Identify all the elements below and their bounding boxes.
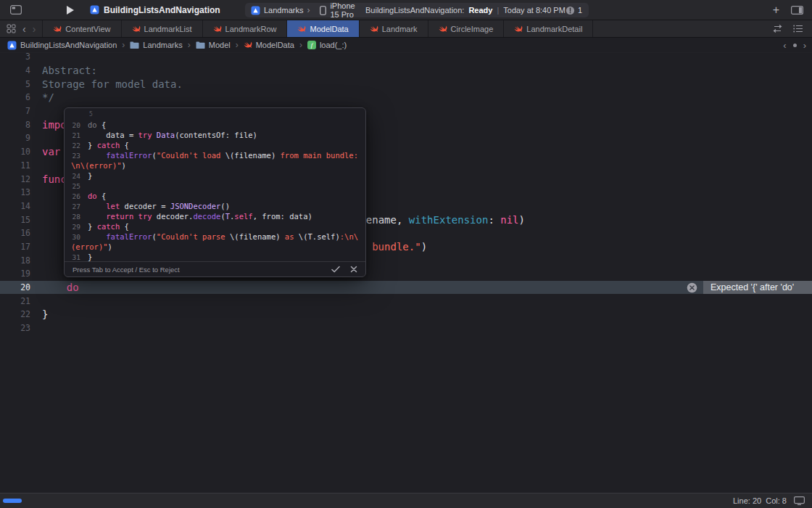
breadcrumb-item-modeldata[interactable]: ModelData (244, 41, 294, 49)
code-token: let (106, 202, 120, 210)
line-number[interactable]: 5 (0, 79, 30, 89)
tab-contentview[interactable]: ContentView (42, 20, 121, 37)
history-forward-icon[interactable]: › (803, 40, 806, 51)
accept-suggestion-icon[interactable] (331, 266, 340, 273)
xcode-window: BuildingListsAndNavigation Landmarks › i… (0, 0, 812, 508)
code-line-21[interactable]: 21 (0, 294, 812, 308)
line-number[interactable]: 16 (0, 228, 30, 238)
line-number[interactable]: 19 (0, 269, 30, 279)
toggle-inspector-icon[interactable] (791, 6, 803, 15)
line-number[interactable]: 11 (0, 160, 30, 171)
tab-landmarklist[interactable]: LandmarkList (122, 20, 203, 37)
related-indicator-icon[interactable] (793, 44, 797, 47)
go-back-icon[interactable]: ‹ (22, 24, 26, 34)
tab-circleimage[interactable]: CircleImage (428, 20, 505, 37)
code-token (88, 232, 106, 241)
line-number[interactable]: 10 (0, 147, 30, 157)
project-title: BuildingListsAndNavigation (104, 5, 220, 15)
code-token: as (281, 232, 299, 241)
line-number[interactable]: 3 (0, 53, 30, 62)
line-number[interactable]: 4 (0, 65, 30, 75)
window-controls-icon[interactable] (10, 5, 22, 15)
suggestion-line-number: 31 (65, 253, 80, 261)
code-token (88, 202, 106, 210)
tab-landmark[interactable]: Landmark (360, 20, 428, 37)
destination-selector[interactable]: iPhone 15 Pro (314, 1, 365, 19)
chevron-right-icon: › (307, 6, 310, 15)
folder-icon (196, 41, 205, 49)
code-token: func (42, 173, 67, 185)
breadcrumb-item-model[interactable]: Model (196, 41, 231, 49)
tab-landmarkrow[interactable]: LandmarkRow (203, 20, 288, 37)
code-suggestion-popup[interactable]: 5 20do {21 data = try Data(contentsOf: f… (64, 107, 366, 277)
go-forward-icon[interactable]: › (33, 24, 36, 34)
suggestion-line-number: 24 (65, 172, 80, 180)
code-token: () (220, 202, 230, 210)
code-review-icon[interactable] (772, 25, 783, 33)
line-number[interactable]: 7 (0, 106, 30, 116)
code-token: fatalError (106, 151, 152, 160)
code-line-23[interactable]: 23 (0, 321, 812, 335)
suggestion-line: 20do { (65, 120, 365, 130)
line-number[interactable]: 20 (0, 282, 30, 292)
tab-modeldata[interactable]: ModelData (287, 20, 359, 37)
code-editor[interactable]: 34Abstract:5Storage for model data.6*/78… (0, 53, 812, 493)
code-token: nil (500, 214, 518, 226)
line-number[interactable]: 15 (0, 215, 30, 225)
breadcrumb-chevron-icon: › (236, 40, 239, 50)
code-token: } (88, 222, 97, 231)
suggestion-code: fatalError("Couldn't parse \(filename) a… (88, 232, 358, 241)
line-number[interactable]: 18 (0, 255, 30, 266)
line-number[interactable]: 9 (0, 133, 30, 143)
line-number[interactable]: 12 (0, 174, 30, 184)
reject-suggestion-icon[interactable] (350, 266, 357, 273)
line-number[interactable]: 13 (0, 187, 30, 197)
code-token (88, 212, 106, 221)
tab-label: ModelData (310, 25, 348, 33)
breadcrumb-label: load(_:) (320, 41, 347, 49)
suggestion-line-number: 27 (65, 202, 80, 210)
line-number[interactable]: 8 (0, 120, 30, 130)
code-token: "Couldn't parse (157, 232, 230, 241)
code-line-22[interactable]: 22} (0, 308, 812, 321)
code-line-6[interactable]: 6*/ (0, 91, 812, 105)
editor-options-icon[interactable] (793, 25, 803, 33)
breadcrumb-item-buildinglistsandnavigation[interactable]: BuildingListsAndNavigation (7, 41, 117, 50)
display-icon[interactable] (794, 496, 805, 505)
line-number[interactable]: 23 (0, 323, 30, 333)
suggestion-code: } (88, 171, 92, 180)
suggestion-footer: Press Tab to Accept / Esc to Reject (65, 261, 365, 276)
breadcrumb-item-load(_:)[interactable]: fload(_:) (307, 41, 347, 49)
code-token: "Couldn't load (157, 151, 225, 160)
code-token: :\n\ (340, 232, 358, 241)
add-button[interactable]: + (773, 4, 779, 16)
suggestion-code: data = try Data(contentsOf: file) (88, 131, 257, 139)
code-token: data = (88, 131, 138, 139)
code-line-4[interactable]: 4Abstract: (0, 64, 812, 78)
line-number[interactable]: 21 (0, 296, 30, 306)
code-line-3[interactable]: 3 (0, 53, 812, 64)
swift-icon (132, 25, 141, 33)
history-back-icon[interactable]: ‹ (783, 40, 786, 51)
line-col-indicator: Line: 20 Col: 8 (733, 496, 787, 505)
line-number[interactable]: 17 (0, 242, 30, 252)
code-line-5[interactable]: 5Storage for model data. (0, 77, 812, 91)
error-icon[interactable] (687, 282, 697, 293)
related-items-grid-icon[interactable] (7, 24, 16, 33)
line-number[interactable]: 22 (0, 309, 30, 319)
code-line-20[interactable]: 20 doExpected '{' after 'do' (0, 281, 812, 295)
suggestion-line-number: 30 (65, 233, 80, 241)
code-token: do (88, 192, 97, 200)
breadcrumb-item-landmarks[interactable]: Landmarks (130, 41, 182, 49)
issues-badge[interactable]: 1 (566, 6, 589, 15)
breadcrumb: BuildingListsAndNavigation›Landmarks›Mod… (0, 38, 812, 53)
run-button[interactable] (67, 6, 74, 15)
error-annotation[interactable]: Expected '{' after 'do' (687, 281, 812, 295)
tab-landmarkdetail[interactable]: LandmarkDetail (504, 20, 593, 37)
line-number[interactable]: 14 (0, 201, 30, 211)
scheme-selector[interactable]: Landmarks › (245, 6, 314, 15)
scheme-icon (251, 6, 260, 15)
code-token: } (42, 308, 48, 320)
folder-icon (130, 41, 139, 49)
line-number[interactable]: 6 (0, 92, 30, 102)
